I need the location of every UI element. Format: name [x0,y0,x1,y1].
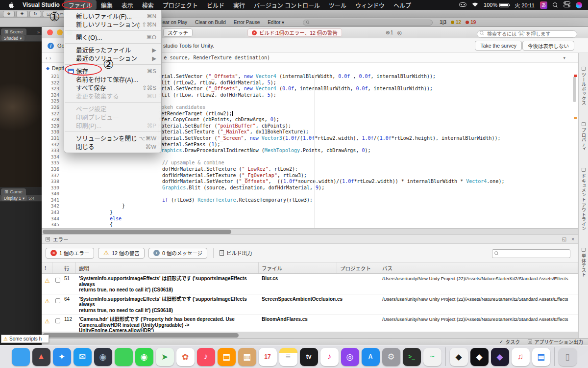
dock-icon-terminal[interactable]: >_ [403,348,421,366]
side-tab-unit-tests[interactable]: 単体テスト [580,248,587,277]
display-dropdown[interactable]: Display 1 ▾ [1,195,27,201]
game-viewport[interactable] [0,202,42,345]
tasks-button[interactable]: ✓ タスク [499,338,520,345]
dock-icon-contacts[interactable]: ◉ [94,348,112,366]
code-line[interactable]: 343} [42,210,578,216]
error-search-input[interactable] [492,249,570,258]
menubar-menu-file[interactable]: ファイル [64,0,97,10]
code-line[interactable]: 341if (rtLow3) RenderTexture.ReleaseTemp… [42,197,578,204]
column-header[interactable]: プロジェクト [337,263,379,273]
file-menu-item-new-file[interactable]: 新しいファイル(F)...⌘N [64,12,161,20]
error-table-row[interactable]: ⚠64'SystemInfo.supportsImageEffects' は旧形… [42,294,578,315]
menubar-menu-build[interactable]: ビルド [202,0,229,10]
code-line[interactable]: 340 [42,191,578,197]
dock-icon-unity-hub[interactable]: ◆ [450,348,468,366]
dock-icon-finder[interactable] [12,348,30,366]
dock-icon-activity-monitor[interactable]: ~ [423,348,441,366]
column-header[interactable]: 説明 [76,263,259,273]
console-search-box[interactable] [303,20,433,26]
code-line[interactable]: 334 [42,154,578,160]
aspect-ratio-label[interactable]: 5:4 [28,196,34,201]
row-checkbox[interactable] [55,278,60,283]
global-search-field[interactable] [477,29,577,36]
dock-icon-music[interactable]: ♪ [320,348,339,366]
shaded-dropdown[interactable]: Shaded ▾ [1,35,24,41]
menu-bar-app-name[interactable]: Visual Studio [18,1,64,8]
console-toolbar-item[interactable]: Editor ▾ [268,20,284,25]
ime-input-badge[interactable]: あ [540,1,547,9]
dock-icon-garageband[interactable]: ♫ [512,348,530,366]
file-menu-item-close-solution[interactable]: ソリューションを閉じる⌥⌘W [64,134,161,142]
dock-icon-messages[interactable] [115,348,133,366]
tab-scene[interactable]: ⊞ Scene [1,28,26,35]
scrollbar-thumb[interactable] [573,77,576,102]
pan-tool[interactable]: ✥ [3,11,15,17]
menubar-menu-run[interactable]: 実行 [229,0,249,10]
filter-button-messages[interactable]: i0 個のメッセージ [148,248,207,259]
back-icon[interactable]: ‹ [46,55,49,61]
rotate-tool[interactable]: ↻ [29,11,41,17]
dock-icon-visual-studio[interactable]: ◆ [491,348,509,366]
file-menu-item-save-all[interactable]: すべて保存⇧⌘S [64,83,161,92]
move-tool[interactable]: ✚ [16,11,28,17]
code-line[interactable]: 335// upsample & combine [42,160,578,166]
dock-icon-maps[interactable]: ➤ [156,348,174,366]
column-header[interactable]: ! [42,263,52,273]
code-line[interactable]: 338dofHdrMaterial.SetVector ("_Offsets",… [42,179,578,185]
file-menu-item-recent-solutions[interactable]: 最近のソリューション▶ [64,54,161,62]
warning-marker[interactable] [574,117,577,119]
minimize-button[interactable] [57,29,63,35]
row-checkbox[interactable] [55,298,60,303]
tab-game[interactable]: ⊞ Game [1,188,26,195]
tab-overflow-icon[interactable]: » [35,29,42,35]
dock-icon-trash[interactable]: ▯ [559,348,577,366]
apple-menu[interactable] [5,2,18,8]
dock-icon-music-red[interactable]: ♪ [197,348,215,366]
spotlight-search-icon[interactable] [553,2,558,8]
wifi-icon[interactable] [472,2,478,8]
error-count-badge[interactable]: ⊗1 [386,29,393,35]
scene-viewport[interactable] [0,42,42,187]
file-menu-item-close[interactable]: 閉じる⌘W [64,142,161,151]
row-checkbox[interactable] [55,318,60,323]
navigate-back-forward[interactable]: ‹› [42,55,57,61]
column-header[interactable]: 行 [61,263,76,273]
error-panel-header[interactable]: エラー ◱× [42,235,578,244]
sketch-tab[interactable]: スケッチ [163,28,193,37]
filter-button-warnings[interactable]: ⚠12 個の警告 [98,248,145,259]
code-line[interactable]: 339Graphics.Blit (source, destination, d… [42,185,578,191]
scrollbar-thumb[interactable] [43,333,239,338]
menubar-menu-edit[interactable]: 編集 [97,0,117,10]
siri-icon[interactable] [576,2,582,8]
dock-icon-safari[interactable]: ✦ [53,348,71,366]
close-panel-icon[interactable]: × [571,237,574,242]
dock-icon-books[interactable]: ▤ [532,348,550,366]
dock-icon-appstore[interactable]: A [362,348,380,366]
menubar-menu-version-control[interactable]: バージョン コントロール [249,0,324,10]
file-menu-item-open[interactable]: 開く(O)...⌘O [64,33,161,41]
dock-icon-unity[interactable]: ◆ [470,348,489,366]
error-table-row[interactable]: ⚠51'SystemInfo.supportsImageEffects' は旧形… [42,274,578,294]
game-controller-icon[interactable] [459,2,466,8]
menubar-menu-tools[interactable]: ツール [324,0,351,10]
build-output-button[interactable]: ビルド出力 [220,249,252,257]
control-center-icon[interactable] [564,1,570,8]
side-tab-toolbox[interactable]: ツールボックス [580,67,587,105]
dock-icon-notes[interactable]: ≡ [279,348,297,366]
error-marker[interactable] [574,75,577,77]
build-status-pill[interactable]: × ビルド:1個のエラー、12 個の警告 [247,28,342,37]
code-line[interactable]: 344else [42,216,578,222]
dock-icon-books-orange[interactable]: ▤ [218,348,236,366]
dock-icon-photos[interactable]: ✿ [176,348,195,366]
code-line[interactable]: 342} [42,203,578,210]
scrollbar-thumb[interactable] [43,230,231,234]
dock-icon-tv[interactable]: tv [300,348,318,366]
application-output-button[interactable]: アプリケーション出力 [528,338,583,345]
menubar-menu-help[interactable]: ヘルプ [389,0,416,10]
battery-indicator[interactable]: 100% [484,2,509,8]
dock-icon-mail[interactable]: ✉ [74,348,92,366]
file-menu-item-save-as[interactable]: 名前を付けて保存(A)... [64,75,161,83]
filter-button-errors[interactable]: ×1 個のエラー [46,248,94,259]
dock-icon-podcasts[interactable]: ◎ [341,348,359,366]
dismiss-notice-button[interactable]: 今後は表示しない [522,41,574,51]
